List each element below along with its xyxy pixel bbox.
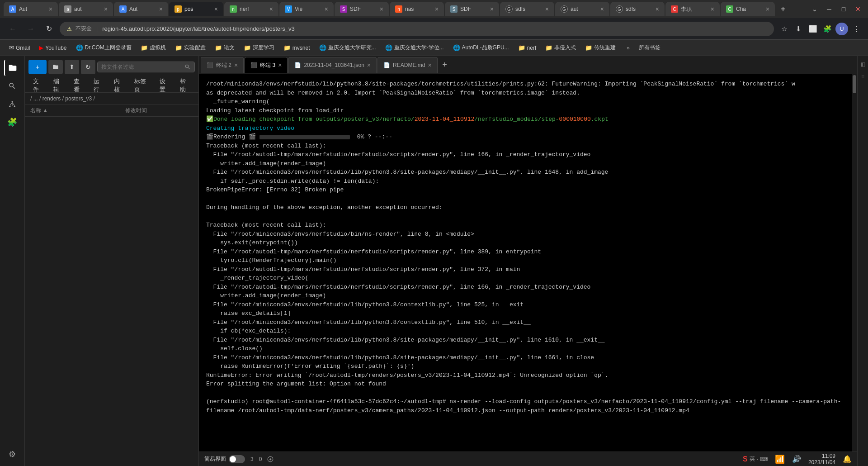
tab-close-7[interactable]: × <box>380 5 383 13</box>
address-input[interactable]: ⚠ 不安全 | region-45.autodl.pro:20020/jupyt… <box>60 22 774 36</box>
profile-button[interactable]: U <box>835 23 848 35</box>
browser-tab-5[interactable]: n nerf × <box>224 2 278 16</box>
bookmark-lab-config[interactable]: 📁 实验配置 <box>171 42 209 53</box>
tab-dropdown-button[interactable]: ⌄ <box>808 3 821 15</box>
bookmark-cqtu1[interactable]: 🌐 重庆交通大学研究... <box>316 42 380 53</box>
back-button[interactable]: ← <box>5 22 20 36</box>
nb-tab-json-close[interactable]: × <box>367 62 371 69</box>
browser-tab-2[interactable]: a aut × <box>59 2 113 16</box>
maximize-button[interactable]: □ <box>837 3 850 15</box>
new-folder-button[interactable] <box>48 60 63 74</box>
refresh-button[interactable]: ↻ <box>81 60 95 74</box>
file-search-container[interactable] <box>97 62 195 72</box>
minimize-button[interactable]: ─ <box>823 3 835 15</box>
menu-edit[interactable]: 编辑 <box>49 76 68 95</box>
browser-tab-10[interactable]: G sdfs × <box>500 2 554 16</box>
bookmark-gmail[interactable]: ✉ Gmail <box>5 43 33 53</box>
tab-close-10[interactable]: × <box>545 5 549 13</box>
browser-tab-11[interactable]: G aut × <box>555 2 609 16</box>
toggle-switch[interactable] <box>229 455 245 463</box>
notification-icon[interactable]: 🔔 <box>843 455 852 463</box>
tab-close-3[interactable]: × <box>159 5 163 13</box>
bookmark-mvsnet[interactable]: 📁 mvsnet <box>280 43 314 53</box>
tab-close-2[interactable]: × <box>104 5 108 13</box>
browser-tab-14[interactable]: C Cha × <box>721 2 775 16</box>
scrollbar-thumb[interactable] <box>853 75 856 93</box>
right-panel-icon-2[interactable]: ≡ <box>859 72 868 81</box>
new-tab-button[interactable]: + <box>776 2 790 16</box>
bookmark-deeplearning[interactable]: 📁 深度学习 <box>240 42 278 53</box>
menu-tabs[interactable]: 标签页 <box>130 76 154 95</box>
tab-close-9[interactable]: × <box>490 5 494 13</box>
bookmark-youtube[interactable]: ▶ YouTube <box>35 43 70 53</box>
right-panel-icon-1[interactable]: ◧ <box>859 60 868 69</box>
bookmark-all[interactable]: 所有书签 <box>635 42 664 53</box>
terminal[interactable]: /root/miniconda3/envs/nerfstudio/lib/pyt… <box>199 74 852 452</box>
menu-file[interactable]: 文件 <box>28 76 48 95</box>
tab-close-1[interactable]: × <box>49 5 52 13</box>
browser-tab-6[interactable]: V Vie × <box>279 2 334 16</box>
menu-view[interactable]: 查看 <box>69 76 89 95</box>
terminal-scrollbar[interactable] <box>852 74 857 452</box>
tab-close-5[interactable]: × <box>269 5 273 13</box>
tab-close-13[interactable]: × <box>711 5 714 13</box>
sidebar-icon-folder[interactable] <box>4 60 20 76</box>
tab-close-8[interactable]: × <box>435 5 439 13</box>
counter-terminals[interactable]: 0 <box>259 456 262 462</box>
tab-search-button[interactable]: ⬜ <box>807 23 819 35</box>
kernel-indicator[interactable] <box>267 456 274 462</box>
bookmark-drcom[interactable]: 🌐 Dr.COM上网登录窗 <box>72 42 135 53</box>
menu-run[interactable]: 运行 <box>89 76 108 95</box>
nb-tab-json[interactable]: 📄 2023-11-04_103641.json × <box>288 57 377 73</box>
close-window-button[interactable]: ✕ <box>852 3 864 15</box>
browser-tab-13[interactable]: C 李职 × <box>665 2 720 16</box>
bookmark-more[interactable]: » <box>623 43 633 53</box>
file-search-input[interactable] <box>101 64 182 70</box>
reload-button[interactable]: ↻ <box>42 22 56 36</box>
input-method-indicator[interactable]: S 英 · ⌨ <box>743 455 768 463</box>
forward-button[interactable]: → <box>24 22 38 36</box>
bookmark-star-button[interactable]: ☆ <box>778 23 790 35</box>
settings-button[interactable]: ⋮ <box>850 23 863 35</box>
browser-tab-4[interactable]: p pos × <box>169 2 223 16</box>
sidebar-icon-git[interactable] <box>4 96 20 112</box>
menu-kernel[interactable]: 内核 <box>109 76 129 95</box>
browser-tab-12[interactable]: G sdfs × <box>610 2 665 16</box>
bookmark-nerf[interactable]: 📁 nerf <box>514 43 540 53</box>
nb-tab-terminal3-close[interactable]: × <box>278 62 282 69</box>
tab-close-11[interactable]: × <box>600 5 604 13</box>
simple-mode-toggle[interactable]: 简易界面 <box>204 455 245 463</box>
sidebar-icon-extensions[interactable]: 🧩 <box>4 114 20 130</box>
browser-tab-7[interactable]: S SDF × <box>335 2 389 16</box>
sidebar-icon-search[interactable] <box>4 78 20 94</box>
browser-tab-8[interactable]: n nas × <box>390 2 444 16</box>
browser-tab-3[interactable]: A Aut × <box>114 2 168 16</box>
bookmark-paper[interactable]: 📁 论文 <box>211 42 238 53</box>
tab-close-14[interactable]: × <box>766 5 769 13</box>
browser-tab-1[interactable]: A Aut × <box>4 2 58 16</box>
bookmark-vm[interactable]: 📁 虚拟机 <box>137 42 170 53</box>
counter-notebooks[interactable]: 3 <box>250 456 254 462</box>
tab-close-12[interactable]: × <box>656 5 659 13</box>
nb-tab-terminal2[interactable]: ⬛ 终端 2 × <box>201 57 244 73</box>
nb-tab-terminal3[interactable]: ⬛ 终端 3 × <box>245 57 288 73</box>
browser-tab-9[interactable]: S SDF × <box>445 2 499 16</box>
tab-close-4[interactable]: × <box>214 5 218 13</box>
download-button[interactable]: ⬇ <box>792 23 805 35</box>
sidebar-icon-settings[interactable]: ⚙ <box>4 446 20 462</box>
tab-close-6[interactable]: × <box>325 5 328 13</box>
bookmark-traditional[interactable]: 📁 传统重建 <box>581 42 619 53</box>
upload-button[interactable]: ⬆ <box>65 60 79 74</box>
extensions-button[interactable]: 🧩 <box>821 23 834 35</box>
nb-tab-terminal2-close[interactable]: × <box>234 62 238 69</box>
nb-tab-readme-close[interactable]: × <box>428 62 431 69</box>
bookmark-autodl[interactable]: 🌐 AutoDL-品质GPU... <box>449 42 513 53</box>
nb-tab-readme[interactable]: 📄 README.md × <box>377 57 438 73</box>
menu-help[interactable]: 帮助 <box>175 76 195 95</box>
bookmark-noninvasive[interactable]: 📁 非侵入式 <box>542 42 580 53</box>
add-tab-button[interactable]: + <box>439 59 451 71</box>
menu-settings[interactable]: 设置 <box>155 76 175 95</box>
bookmark-cqtu2[interactable]: 🌐 重庆交通大学-学位... <box>382 42 448 53</box>
new-file-button[interactable]: + <box>28 60 47 74</box>
terminal-line-36 <box>206 389 844 398</box>
